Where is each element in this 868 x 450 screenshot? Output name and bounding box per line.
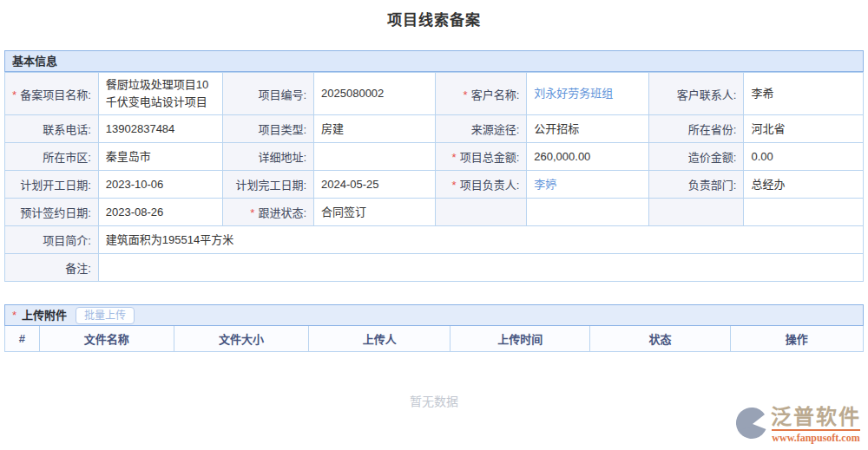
field-label-follow-status: *跟进状态: [223,199,314,226]
field-value-total-amount: 260,000.00 [527,143,648,171]
field-value-remarks [98,254,863,282]
col-operation: 操作 [730,326,863,351]
col-upload-time: 上传时间 [450,326,590,351]
customer-name-link[interactable]: 刘永好劳务班组 [534,87,613,100]
batch-upload-button[interactable]: 批量上传 [76,307,135,324]
field-value-responsible-dept: 总经办 [744,171,864,199]
form-row-4: 计划开工日期: 2023-10-06 计划完工日期: 2024-05-25 *项… [5,171,864,199]
field-value-project-manager: 李婷 [527,171,648,199]
field-label-project-intro: 项目简介: [5,226,99,254]
field-value-detail-address [314,143,436,171]
field-label-cost-amount: 造价金额: [648,143,744,171]
form-row-6: 项目简介: 建筑面积为195514平方米 [5,226,864,254]
form-row-2: 联系电话: 13902837484 项目类型: 房建 来源途径: 公开招标 所在… [5,115,864,143]
fanpu-logo-icon [734,407,769,445]
field-label-customer-contact: 客户联系人: [648,73,744,115]
empty-data-hint: 暂无数据 [4,352,864,409]
field-value-planned-start-date: 2023-10-06 [98,171,222,199]
field-label-city: 所在市区: [5,143,99,171]
field-value-project-name: 餐厨垃圾处理项目10千伏变电站设计项目 [98,73,222,115]
col-status: 状态 [590,326,730,351]
field-label-planned-start-date: 计划开工日期: [5,171,99,199]
required-mark: * [12,305,16,326]
col-uploader: 上传人 [309,326,450,351]
col-index: # [5,326,40,351]
field-label-project-number: 项目编号: [223,73,314,115]
field-label-planned-finish-date: 计划完工日期: [223,171,314,199]
field-label-source-channel: 来源途径: [436,115,527,143]
vendor-watermark: 泛普软件 www.fanpusoft.com [734,406,861,445]
field-label-province: 所在省份: [648,115,744,143]
empty-label-cell [436,199,527,226]
basic-info-header: 基本信息 [4,50,864,72]
attachments-table: # 文件名称 文件大小 上传人 上传时间 状态 操作 [4,326,864,352]
required-mark: * [452,179,457,192]
field-value-province: 河北省 [744,115,864,143]
col-file-size: 文件大小 [174,326,308,351]
field-value-city: 秦皇岛市 [98,143,222,171]
basic-info-title: 基本信息 [12,51,57,72]
field-label-customer-name: *客户名称: [436,73,527,115]
field-value-customer-contact: 李希 [744,73,864,115]
col-file-name: 文件名称 [39,326,174,351]
field-label-remarks: 备注: [5,254,99,282]
field-label-project-manager: *项目负责人: [436,171,527,199]
attachments-title: 上传附件 [22,305,67,326]
field-value-project-type: 房建 [314,115,436,143]
required-mark: * [464,88,468,101]
field-label-contact-phone: 联系电话: [5,115,99,143]
field-label-project-name: *备案项目名称: [5,73,99,115]
project-manager-link[interactable]: 李婷 [534,178,556,191]
field-value-project-number: 2025080002 [314,73,436,115]
empty-label-cell [648,199,744,226]
field-label-project-type: 项目类型: [223,115,314,143]
watermark-brand: 泛普软件 [771,406,861,428]
field-value-contact-phone: 13902837484 [98,115,222,143]
field-value-follow-status: 合同签订 [314,199,436,226]
watermark-url: www.fanpusoft.com [772,429,859,445]
field-label-expected-sign-date: 预计签约日期: [5,199,99,226]
attachments-header: * 上传附件 批量上传 [4,304,864,326]
field-value-expected-sign-date: 2023-08-26 [98,199,222,226]
empty-value-cell [744,199,864,226]
attachments-section: * 上传附件 批量上传 # 文件名称 文件大小 上传人 上传时间 状态 操作 暂… [4,304,864,409]
form-row-5: 预计签约日期: 2023-08-26 *跟进状态: 合同签订 [5,199,864,226]
field-value-project-intro: 建筑面积为195514平方米 [98,226,863,254]
field-label-total-amount: *项目总金额: [436,143,527,171]
required-mark: * [452,151,457,164]
page: 项目线索备案 基本信息 *备案项目名称: 餐厨垃圾处理项目10千伏变电站设计项目… [0,0,868,450]
field-value-planned-finish-date: 2024-05-25 [314,171,436,199]
page-title: 项目线索备案 [0,0,868,29]
form-row-1: *备案项目名称: 餐厨垃圾处理项目10千伏变电站设计项目 项目编号: 20250… [5,73,864,115]
form-row-3: 所在市区: 秦皇岛市 详细地址: *项目总金额: 260,000.00 造价金额… [5,143,864,171]
field-value-cost-amount: 0.00 [744,143,864,171]
empty-value-cell [527,199,648,226]
field-value-customer-name: 刘永好劳务班组 [527,73,648,115]
form-row-7: 备注: [5,254,864,282]
field-label-detail-address: 详细地址: [223,143,314,171]
required-mark: * [12,88,16,101]
required-mark: * [250,206,254,219]
attachments-header-row: # 文件名称 文件大小 上传人 上传时间 状态 操作 [5,326,864,351]
basic-info-table: *备案项目名称: 餐厨垃圾处理项目10千伏变电站设计项目 项目编号: 20250… [4,72,864,282]
field-value-source-channel: 公开招标 [527,115,648,143]
watermark-text: 泛普软件 www.fanpusoft.com [771,406,861,445]
basic-info-section: 基本信息 *备案项目名称: 餐厨垃圾处理项目10千伏变电站设计项目 项目编号: … [4,50,864,282]
field-label-responsible-dept: 负责部门: [648,171,744,199]
